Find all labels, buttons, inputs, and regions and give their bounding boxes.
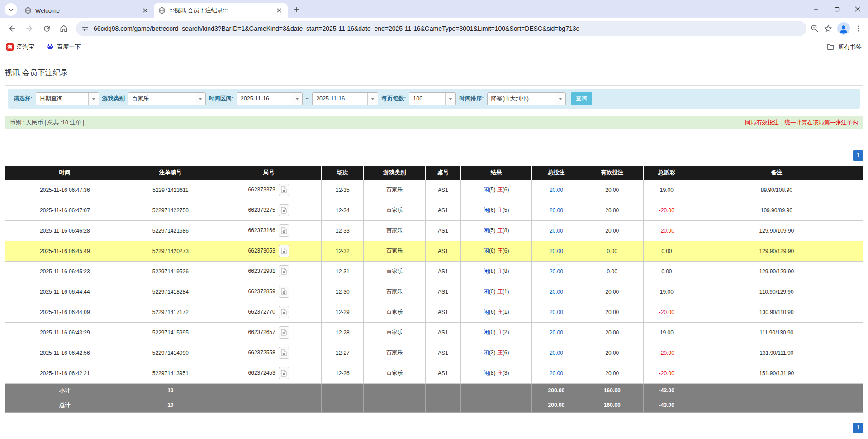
page-1-button[interactable]: 1 (853, 423, 863, 433)
video-record-icon[interactable] (279, 326, 289, 339)
tab-search-button[interactable] (5, 3, 17, 16)
cell-note: 110.90/129.90 (690, 282, 863, 302)
cell-note: 129.90/129.90 (690, 261, 863, 282)
maximize-icon (835, 7, 840, 12)
cell-bet-number: 522971418284 (125, 282, 216, 302)
time-sort-select[interactable]: 降幂(由大到小) (487, 92, 566, 105)
video-record-icon[interactable] (279, 184, 289, 196)
column-header: 场次 (322, 166, 364, 180)
total-bet-link[interactable]: 20.00 (550, 187, 563, 193)
game-type-select[interactable]: 百家乐 (128, 92, 206, 105)
bookmark-baidu[interactable]: 百度一下 (46, 43, 81, 51)
cell-session: 12-34 (322, 200, 364, 220)
cell-bet-number: 522971415995 (125, 322, 216, 343)
summary-cell (364, 398, 426, 412)
cell-game-type: 百家乐 (364, 261, 426, 282)
video-record-icon[interactable] (279, 265, 289, 277)
summary-bar: 币别 : 人民币 | 总共 :10 注单 | 同局有效投注，统一计算在该局第一张… (5, 116, 863, 129)
date-end-select[interactable]: 2025-11-16 (312, 92, 378, 105)
video-record-icon[interactable] (279, 347, 289, 359)
video-record-icon[interactable] (279, 306, 289, 318)
address-bar[interactable]: 66cxkj98.com/game/betrecord_search/kind3… (76, 21, 806, 36)
total-bet-link[interactable]: 20.00 (550, 207, 563, 214)
summary-cell (364, 383, 426, 398)
menu-dots-icon[interactable] (854, 24, 863, 33)
close-window-button[interactable] (847, 0, 868, 18)
video-file-glyph (281, 186, 287, 193)
total-bet-link[interactable]: 20.00 (550, 309, 563, 315)
chevron-down-icon[interactable] (195, 93, 205, 105)
cell-session: 12-33 (322, 220, 364, 241)
bookmark-star-icon[interactable] (824, 24, 833, 33)
cell-result: 闲(8) 庄(8) (460, 261, 532, 282)
video-record-icon[interactable] (279, 224, 289, 237)
cell-round-number: 662372981 (216, 261, 321, 282)
zoom-out-icon[interactable] (810, 24, 819, 33)
all-bookmarks[interactable]: 所有书签 (817, 43, 862, 52)
query-mode-select[interactable]: 日期查询 (36, 92, 99, 105)
chevron-down-icon[interactable] (292, 93, 302, 105)
profile-avatar[interactable] (837, 22, 850, 35)
tab-welcome[interactable]: Welcome (20, 3, 154, 18)
per-page-select[interactable]: 100 (409, 92, 456, 105)
minimize-button[interactable] (806, 0, 826, 18)
date-start-select[interactable]: 2025-11-16 (237, 92, 303, 105)
date-range-label: 时间区间: (209, 95, 233, 103)
forward-button[interactable] (22, 21, 37, 36)
cell-table-number: AS1 (426, 200, 461, 220)
result-banker: 庄 (497, 248, 503, 254)
tab-strip: Welcome :::视讯 会员下注纪录::: (0, 0, 868, 18)
total-bet-link[interactable]: 20.00 (550, 329, 563, 336)
summary-cell: 160.00 (581, 383, 644, 398)
cell-bet-number: 522971413951 (125, 363, 216, 383)
summary-cell: 10 (125, 383, 216, 398)
result-banker: 庄 (497, 227, 503, 234)
total-bet-link[interactable]: 20.00 (550, 350, 563, 356)
cell-result: 闲(6) 庄(6) (460, 241, 532, 261)
maximize-button[interactable] (826, 0, 847, 18)
home-button[interactable] (56, 21, 71, 36)
table-row: 2025-11-16 06:45:23522971419526662372981… (5, 261, 863, 282)
cell-time: 2025-11-16 06:45:49 (5, 241, 125, 261)
bookmark-taobao[interactable]: 淘 爱淘宝 (6, 43, 34, 51)
video-record-icon[interactable] (279, 286, 289, 298)
cell-valid-bet: 0.00 (581, 261, 644, 282)
cell-total-bet: 20.00 (532, 302, 581, 322)
chevron-down-icon[interactable] (445, 93, 455, 105)
table-row: 2025-11-16 06:46:28522971421586662373166… (5, 220, 863, 241)
cell-game-type: 百家乐 (364, 220, 426, 241)
cell-session: 12-29 (322, 302, 364, 322)
summary-cell (460, 398, 532, 412)
cell-round-number: 662372657 (216, 322, 321, 343)
tab-close-icon[interactable] (141, 6, 149, 14)
cell-round-number: 662372453 (216, 363, 321, 383)
chevron-down-icon[interactable] (88, 93, 99, 105)
new-tab-button[interactable] (290, 3, 303, 16)
search-button[interactable]: 查询 (571, 92, 592, 105)
cell-valid-bet: 20.00 (581, 220, 644, 241)
divider (817, 43, 817, 52)
video-record-icon[interactable] (279, 204, 289, 216)
reload-button[interactable] (39, 21, 54, 36)
video-record-icon[interactable] (279, 367, 289, 379)
column-header: 结果 (460, 166, 532, 180)
total-bet-link[interactable]: 20.00 (550, 370, 563, 377)
summary-cell (216, 383, 321, 398)
page-1-button[interactable]: 1 (853, 150, 863, 161)
chevron-down-icon[interactable] (367, 93, 378, 105)
total-bet-link[interactable]: 20.00 (550, 289, 563, 295)
time-sort-value: 降幂(由大到小) (488, 93, 555, 105)
cell-table-number: AS1 (426, 241, 461, 261)
query-mode-label: 请选择: (14, 95, 33, 103)
cell-round-number: 662373053 (216, 241, 321, 261)
column-header: 游戏类别 (364, 166, 426, 180)
chevron-down-icon[interactable] (555, 93, 565, 105)
back-button[interactable] (5, 21, 20, 36)
total-bet-link[interactable]: 20.00 (550, 268, 563, 275)
currency-summary: 币别 : 人民币 | 总共 :10 注单 | (10, 119, 84, 127)
total-bet-link[interactable]: 20.00 (550, 228, 563, 234)
total-bet-link[interactable]: 20.00 (550, 248, 563, 254)
tab-close-icon[interactable] (275, 6, 283, 14)
tab-betrecord[interactable]: :::视讯 会员下注纪录::: (154, 3, 288, 18)
video-record-icon[interactable] (279, 245, 289, 257)
